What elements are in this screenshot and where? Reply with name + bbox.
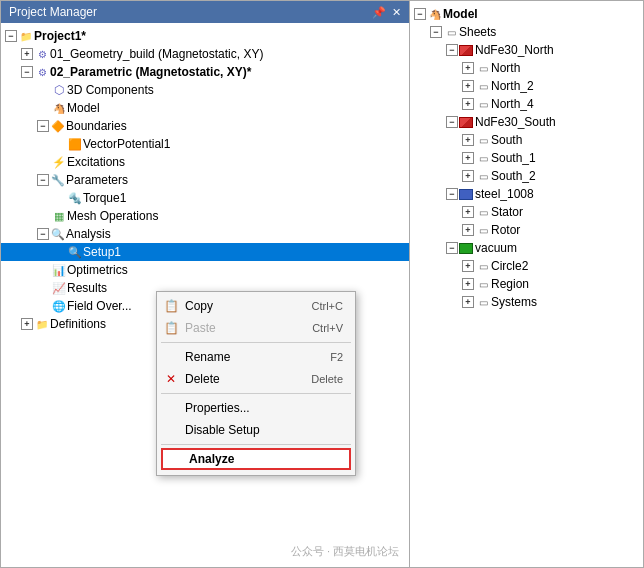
expander-02param[interactable]: − [21,66,33,78]
expander-3dcomp [37,83,51,97]
gear-icon-01geo: ⚙ [34,47,50,61]
north-icon: ▭ [475,61,491,75]
tree-item-vectorpot[interactable]: 🟧 VectorPotential1 [1,135,409,153]
expander-south[interactable]: + [462,134,474,146]
project-manager-title: Project Manager [9,5,97,19]
tree-item-model[interactable]: 🐴 Model [1,99,409,117]
tree-item-3dcomp[interactable]: ⬡ 3D Components [1,81,409,99]
expander-region[interactable]: + [462,278,474,290]
tree-item-north2[interactable]: + ▭ North_2 [410,77,643,95]
expander-torque [53,191,67,205]
meshops-label: Mesh Operations [67,209,158,223]
menu-paste[interactable]: 📋 Paste Ctrl+V [157,317,355,339]
expander-ndfe30north[interactable]: − [446,44,458,56]
tree-item-vacuum[interactable]: − vacuum [410,239,643,257]
north4-icon: ▭ [475,97,491,111]
region-label: Region [491,277,529,291]
expander-vacuum[interactable]: − [446,242,458,254]
tree-item-steel1008[interactable]: − steel_1008 [410,185,643,203]
3dcomp-label: 3D Components [67,83,154,97]
north2-label: North_2 [491,79,534,93]
tree-item-south2[interactable]: + ▭ South_2 [410,167,643,185]
expander-results [37,281,51,295]
tree-item-circle2[interactable]: + ▭ Circle2 [410,257,643,275]
tree-item-systems[interactable]: + ▭ Systems [410,293,643,311]
tree-item-north4[interactable]: + ▭ North_4 [410,95,643,113]
tree-item-analysis[interactable]: − 🔍 Analysis [1,225,409,243]
pin-icon[interactable]: 📌 [372,6,386,19]
tree-item-project1[interactable]: − 📁 Project1* [1,27,409,45]
tree-item-boundaries[interactable]: − 🔶 Boundaries [1,117,409,135]
model-root-label: Model [443,7,478,21]
expander-north2[interactable]: + [462,80,474,92]
close-icon[interactable]: ✕ [392,6,401,19]
context-menu: 📋 Copy Ctrl+C 📋 Paste Ctrl+V Rename F2 ✕… [156,291,356,476]
expander-circle2[interactable]: + [462,260,474,272]
tree-item-02param[interactable]: − ⚙ 02_Parametric (Magnetostatic, XY)* [1,63,409,81]
tree-item-parameters[interactable]: − 🔧 Parameters [1,171,409,189]
fieldover-icon: 🌐 [51,299,67,313]
tree-item-optimetrics[interactable]: 📊 Optimetrics [1,261,409,279]
expander-stator[interactable]: + [462,206,474,218]
expander-rotor[interactable]: + [462,224,474,236]
expander-model-root[interactable]: − [414,8,426,20]
expander-systems[interactable]: + [462,296,474,308]
menu-properties[interactable]: Properties... [157,397,355,419]
tree-item-sheets[interactable]: − ▭ Sheets [410,23,643,41]
material-icon-ndfe30south [459,117,473,128]
expander-ndfe30south[interactable]: − [446,116,458,128]
paste-shortcut: Ctrl+V [312,322,343,334]
expander-north[interactable]: + [462,62,474,74]
tree-item-01geo[interactable]: + ⚙ 01_Geometry_build (Magnetostatic, XY… [1,45,409,63]
delete-label: Delete [185,372,220,386]
systems-label: Systems [491,295,537,309]
tree-item-rotor[interactable]: + ▭ Rotor [410,221,643,239]
south1-icon: ▭ [475,151,491,165]
tree-item-meshops[interactable]: ▦ Mesh Operations [1,207,409,225]
tree-item-stator[interactable]: + ▭ Stator [410,203,643,221]
expander-analysis[interactable]: − [37,228,49,240]
menu-disable-setup[interactable]: Disable Setup [157,419,355,441]
menu-analyze[interactable]: Analyze [161,448,351,470]
tree-item-ndfe30south[interactable]: − NdFe30_South [410,113,643,131]
model-icon: 🐴 [51,101,67,115]
copy-shortcut: Ctrl+C [312,300,343,312]
tree-item-ndfe30north[interactable]: − NdFe30_North [410,41,643,59]
menu-rename[interactable]: Rename F2 [157,346,355,368]
tree-item-north[interactable]: + ▭ North [410,59,643,77]
circle2-label: Circle2 [491,259,528,273]
expander-project1[interactable]: − [5,30,17,42]
torque1-label: Torque1 [83,191,126,205]
tree-item-torque1[interactable]: 🔩 Torque1 [1,189,409,207]
expander-north4[interactable]: + [462,98,474,110]
expander-mesh [37,209,51,223]
watermark: 公众号 · 西莫电机论坛 [291,544,399,559]
south-icon: ▭ [475,133,491,147]
circle2-icon: ▭ [475,259,491,273]
tree-item-south1[interactable]: + ▭ South_1 [410,149,643,167]
project-panel: Project Manager 📌 ✕ − 📁 Project1* + ⚙ 01… [0,0,410,568]
expander-params[interactable]: − [37,174,49,186]
tree-item-region[interactable]: + ▭ Region [410,275,643,293]
expander-steel1008[interactable]: − [446,188,458,200]
expander-boundaries[interactable]: − [37,120,49,132]
expander-south1[interactable]: + [462,152,474,164]
north2-icon: ▭ [475,79,491,93]
rotor-label: Rotor [491,223,520,237]
model-panel: − 🐴 Model − ▭ Sheets − NdFe30_North + ▭ … [410,0,644,568]
tree-item-excitations[interactable]: ⚡ Excitations [1,153,409,171]
model-root-icon: 🐴 [427,7,443,21]
south2-label: South_2 [491,169,536,183]
tree-item-south[interactable]: + ▭ South [410,131,643,149]
fieldover-label: Field Over... [67,299,132,313]
expander-south2[interactable]: + [462,170,474,182]
expander-sheets[interactable]: − [430,26,442,38]
expander-definitions[interactable]: + [21,318,33,330]
menu-delete[interactable]: ✕ Delete Delete [157,368,355,390]
stator-icon: ▭ [475,205,491,219]
menu-copy[interactable]: 📋 Copy Ctrl+C [157,295,355,317]
tree-item-setup1[interactable]: 🔍 Setup1 [1,243,409,261]
expander-01geo[interactable]: + [21,48,33,60]
expander-fieldover [37,299,51,313]
tree-item-model-root[interactable]: − 🐴 Model [410,5,643,23]
